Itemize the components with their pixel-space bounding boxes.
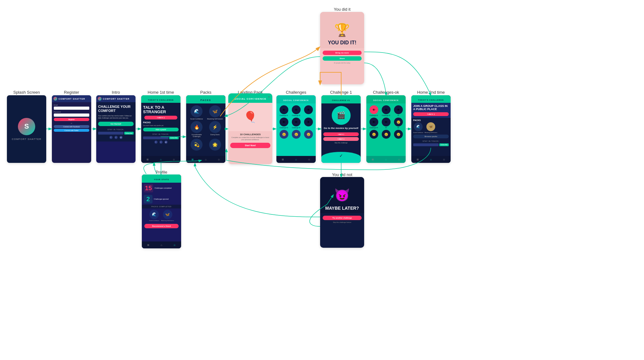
email-input[interactable]: [54, 107, 89, 110]
profile-pack-1[interactable]: 🌊 Social Confidence: [149, 210, 159, 221]
challenge1-text: Go to the movies by yourself: [323, 127, 359, 130]
bring-more-button[interactable]: Bring me more: [323, 51, 362, 55]
home2-email-input[interactable]: [413, 143, 439, 146]
cok-circle-1: 👁: [369, 105, 378, 114]
cok-item-1[interactable]: 👁 Challenge #1: [368, 105, 379, 116]
challenge-circle-4: 👁: [280, 118, 288, 126]
twitter-icon[interactable]: t: [114, 136, 118, 139]
recommend-friend-button[interactable]: Recommend a friend: [144, 224, 179, 228]
challenge-item-5[interactable]: 👁 Challenge #4: [291, 118, 302, 129]
home2-did-it-button[interactable]: I did it :): [413, 112, 449, 116]
landing-pack-close[interactable]: ×: [268, 95, 270, 99]
pack-circle-1: 🌊: [191, 105, 203, 117]
facebook-icon[interactable]: f: [109, 136, 113, 139]
home1-stay-touch: STAY IN TOUCH:: [143, 133, 179, 135]
home1-nav-user[interactable]: ☺: [172, 157, 176, 162]
home2-subscribe-button[interactable]: Subscribe: [439, 143, 449, 146]
challenge-item-8[interactable]: 😢: [291, 130, 302, 139]
challenge-item-2[interactable]: 👁 Challenge #2: [291, 105, 302, 116]
cok-item-3[interactable]: 👁 #3: [393, 105, 404, 116]
home1-twitter-icon[interactable]: t: [159, 141, 163, 144]
cok-nav-packs[interactable]: ⊞: [371, 157, 375, 162]
pack-item-4[interactable]: ⚡ Daring Dares: [207, 121, 224, 137]
home1-facebook-icon[interactable]: f: [154, 141, 158, 144]
challenge-item-4[interactable]: 👁 Challenge #3: [278, 118, 289, 129]
challenge-circle-1: 👁: [280, 105, 288, 114]
cok-circle-9: 😢: [394, 130, 403, 139]
cok-item-7[interactable]: 😢: [368, 130, 379, 139]
profile-header: YOUR STATS: [142, 174, 181, 183]
register-brand: COMFORT SHATTER: [58, 98, 85, 100]
challenge-item-6[interactable]: 👁: [303, 118, 314, 129]
register-button[interactable]: Register: [54, 118, 89, 121]
skip-forever-link[interactable]: Skip this challenge forever: [323, 221, 362, 223]
you-did-it-illustration: 🏆 YOU DID IT!: [320, 12, 364, 48]
profile-nav-home[interactable]: ⌂: [159, 243, 164, 247]
twitter-button[interactable]: Connect with Twitter: [54, 129, 89, 132]
pack-item-3[interactable]: 🔥 Uncomfortable Challenges: [188, 121, 205, 137]
home2-pack-1[interactable]: 🌊 Social Confidence: [413, 122, 423, 133]
home1-subscribe-button[interactable]: Subscribe: [169, 136, 179, 139]
cok-nav-home[interactable]: ⌂: [384, 157, 388, 162]
home1-email-icon[interactable]: @: [164, 141, 168, 144]
pack-item-2[interactable]: 🦋 Mastering Self Esteem: [207, 105, 224, 120]
challenge1-did-it-button[interactable]: I did it :): [323, 132, 359, 136]
home2-browse-packs-button[interactable]: Browse packs: [413, 135, 449, 138]
facebook-button[interactable]: Connect with Facebook: [54, 125, 89, 128]
pack-item-6[interactable]: 🌟: [207, 139, 224, 151]
profile-pack-2[interactable]: 🦋 Mastering Self Esteem: [161, 210, 174, 221]
get-started-button[interactable]: Get Started!: [98, 122, 134, 126]
home2-nav-home[interactable]: ⌂: [429, 157, 433, 162]
cok-item-2[interactable]: 👁 Challenge #2: [380, 105, 391, 116]
packs-nav-user[interactable]: ☺: [217, 157, 221, 162]
challenge1-wave: ✓: [321, 152, 361, 163]
home2-pack-circle-2: 🦋: [426, 122, 435, 131]
you-did-it-modal: × 🏆 YOU DID IT! Bring me more Share 2k p…: [320, 12, 364, 84]
cok-item-4[interactable]: 👁 Challenge #4: [368, 118, 379, 129]
label-challenges: Challenges: [276, 90, 316, 95]
profile-nav-user[interactable]: ☺: [172, 243, 177, 247]
challenge1-didnt-button[interactable]: I didn't :(: [323, 137, 359, 141]
landing-pack-header: SOCIAL CONFIDENCE: [228, 93, 272, 103]
home1-did-it-button[interactable]: I did it :): [144, 116, 177, 119]
cok-nav-user[interactable]: ☺: [397, 157, 401, 162]
home1-nav-active[interactable]: ⌂: [158, 157, 163, 162]
challenges-nav-home[interactable]: ⌂: [294, 157, 298, 162]
pack-item-5[interactable]: 💫: [188, 139, 205, 151]
pack-item-1[interactable]: 🌊 Social Confidence: [188, 105, 205, 120]
challenge-item-1[interactable]: 👁 Challenge #1: [278, 105, 289, 116]
profile-nav-packs[interactable]: ⊞: [146, 243, 151, 247]
home1-email-input[interactable]: [143, 136, 169, 139]
cok-item-8[interactable]: 😢: [380, 130, 391, 139]
challenge-name-4: Challenge #3: [280, 127, 288, 129]
challenges-nav-packs[interactable]: ⊞: [281, 157, 285, 162]
cok-item-6[interactable]: 😢 #6: [393, 118, 404, 129]
landing-pack-start-button[interactable]: Start Now!: [230, 143, 270, 148]
try-another-button[interactable]: Try another challenge: [323, 216, 362, 220]
packs-nav-packs[interactable]: ⊞: [191, 157, 195, 162]
cok-item-5[interactable]: 👁 #5: [380, 118, 391, 129]
home1-nav-home[interactable]: ⊞: [146, 157, 150, 162]
email-subscribe-input[interactable]: [98, 132, 124, 135]
challenges-nav-user[interactable]: ☺: [307, 157, 311, 162]
home2-pack-2[interactable]: 🦋 Mastering Self Esteem: [425, 122, 437, 133]
pack-name-2: Mastering Self Esteem: [207, 118, 223, 120]
label-register: Register: [52, 90, 91, 95]
challenge-item-9[interactable]: 😢: [303, 130, 314, 139]
subscribe-button[interactable]: Subscribe: [124, 132, 134, 135]
email-icon[interactable]: @: [119, 136, 123, 139]
packs-nav-home[interactable]: ⌂: [203, 157, 208, 162]
password-input[interactable]: [54, 114, 89, 117]
challenge-circle-6: 👁: [304, 118, 313, 126]
home2-nav-packs[interactable]: ⊞: [416, 157, 420, 162]
intro-screen: COMFORT SHATTER CHALLENGE YOUR COMFORT Y…: [96, 95, 136, 163]
challenge-item-3[interactable]: 👁: [303, 105, 314, 116]
home1-add-pack-button[interactable]: Add a pack!: [143, 128, 179, 131]
challenge1-skip-link[interactable]: Skip this challenge: [323, 142, 359, 144]
cok-item-9[interactable]: 😢: [393, 130, 404, 139]
challenge-item-7[interactable]: 😢: [278, 130, 289, 139]
share-button[interactable]: Share: [323, 56, 362, 61]
home2-nav-user[interactable]: ☺: [442, 157, 446, 162]
you-did-not-title: MAYBE LATER?: [320, 206, 364, 211]
challenges-header: SOCIAL CONFIDENCE: [276, 95, 316, 103]
